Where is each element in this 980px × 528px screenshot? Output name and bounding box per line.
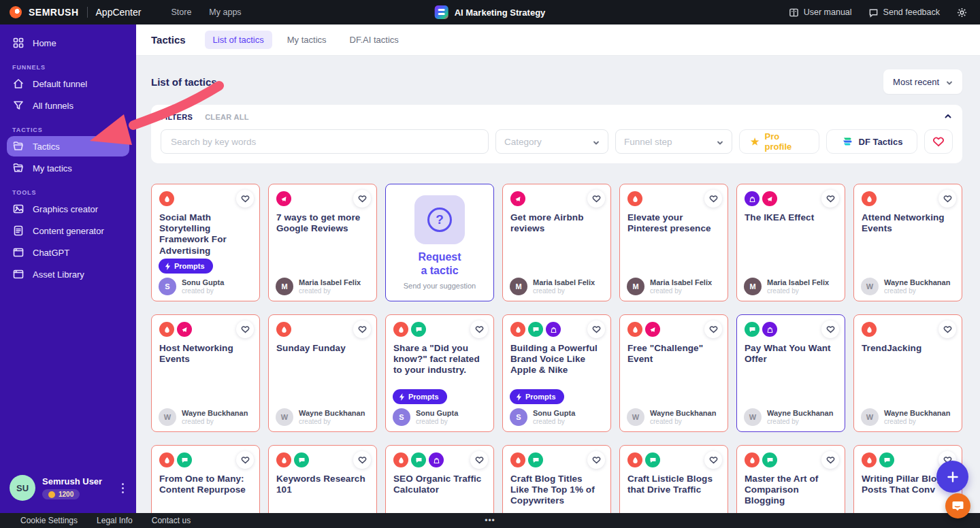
- sidebar-item-asset-library[interactable]: Asset Library: [7, 264, 129, 284]
- product-icon: [745, 191, 760, 206]
- send-feedback-button[interactable]: Send feedback: [868, 7, 940, 18]
- favorite-button[interactable]: [938, 190, 956, 208]
- favorite-button[interactable]: [353, 320, 371, 338]
- product-icon: [429, 452, 444, 467]
- tactic-card[interactable]: Craft Listicle Blogs that Drive Traffic: [619, 445, 728, 513]
- collapse-filters-button[interactable]: [943, 112, 953, 121]
- request-tactic-card[interactable]: ?Requesta tacticSend your suggestion: [385, 184, 494, 301]
- prompts-button[interactable]: Prompts: [159, 259, 213, 274]
- favorite-button[interactable]: [353, 451, 371, 469]
- avatar: W: [861, 278, 879, 295]
- content-icon: [411, 322, 426, 337]
- df-tactics-button[interactable]: DF Tactics: [826, 129, 917, 154]
- nav-my-apps[interactable]: My apps: [209, 7, 241, 17]
- add-tactic-button[interactable]: [936, 461, 968, 493]
- favorite-button[interactable]: [236, 190, 254, 208]
- tactic-card[interactable]: Free "Challenge" EventWWayne Buckhanancr…: [619, 314, 728, 432]
- sidebar-item-default-funnel[interactable]: Default funnel: [7, 73, 129, 94]
- tactic-card[interactable]: From One to Many: Content Repurpose: [151, 445, 260, 513]
- favorites-filter-button[interactable]: [924, 129, 953, 154]
- footer-cookie-settings[interactable]: Cookie Settings: [20, 516, 78, 525]
- more-options[interactable]: •••: [485, 516, 495, 525]
- footer-legal-info[interactable]: Legal Info: [97, 516, 133, 525]
- category-select[interactable]: Category: [495, 129, 608, 154]
- favorite-button[interactable]: [587, 451, 605, 469]
- favorite-button[interactable]: [704, 320, 722, 338]
- card-title: Sunday Funday: [276, 343, 369, 354]
- user-manual-button[interactable]: User manual: [789, 7, 852, 18]
- tab-list-of-tactics[interactable]: List of tactics: [205, 31, 272, 49]
- funnel-step-select[interactable]: Funnel step: [615, 129, 732, 154]
- favorite-button[interactable]: [938, 320, 956, 338]
- tactic-card[interactable]: Building a Powerful Brand Voice Like App…: [502, 314, 611, 432]
- sidebar-item-graphics-creator[interactable]: Graphics creator: [7, 199, 129, 219]
- favorite-button[interactable]: [821, 320, 839, 338]
- tactic-card[interactable]: SEO Organic Traffic Calculator: [385, 445, 494, 513]
- tactic-card[interactable]: Master the Art of Comparison Blogging: [736, 445, 845, 513]
- prompts-button[interactable]: Prompts: [510, 389, 564, 404]
- sidebar-item-chatgpt[interactable]: ChatGPT: [7, 242, 129, 263]
- tactic-card[interactable]: Social Math Storytelling Framework For A…: [151, 184, 260, 301]
- pro-profile-button[interactable]: ★ Pro profile: [739, 129, 819, 154]
- favorite-button[interactable]: [704, 190, 722, 208]
- app-title: AI Marketing Strategy: [455, 7, 546, 18]
- footer-contact-us[interactable]: Contact us: [152, 516, 191, 525]
- tab-dfai-tactics[interactable]: DF.AI tactics: [342, 31, 407, 49]
- sidebar-item-tactics[interactable]: Tactics: [7, 136, 129, 156]
- tactic-card[interactable]: Craft Blog Titles Like The Top 1% of Cop…: [502, 445, 611, 513]
- created-by-label: created by: [650, 287, 712, 295]
- author-name: Maria Isabel Felix: [650, 278, 712, 286]
- favorite-button[interactable]: [353, 190, 371, 208]
- funnel-icon: [12, 99, 24, 112]
- user-menu-button[interactable]: [119, 480, 127, 496]
- sidebar-item-my-tactics[interactable]: My tactics: [7, 158, 129, 178]
- favorite-button[interactable]: [587, 190, 605, 208]
- user-name: Semrush User: [42, 476, 102, 486]
- favorite-button[interactable]: [821, 190, 839, 208]
- sidebar-item-all-funnels[interactable]: All funnels: [7, 95, 129, 116]
- gear-icon[interactable]: [956, 7, 968, 18]
- author-name: Wayne Buckhanan: [884, 278, 950, 286]
- tactic-card[interactable]: The IKEA EffectMMaria Isabel Felixcreate…: [736, 184, 845, 301]
- tactic-card[interactable]: Share a "Did you know?" fact related to …: [385, 314, 494, 432]
- card-title: SEO Organic Traffic Calculator: [393, 474, 486, 495]
- sidebar-item-home[interactable]: Home: [7, 33, 129, 53]
- author-name: Wayne Buckhanan: [767, 409, 833, 417]
- divider: [87, 7, 88, 18]
- tactic-card[interactable]: Elevate your Pinterest presenceMMaria Is…: [619, 184, 728, 301]
- tactic-card[interactable]: Attend Networking EventsWWayne Buckhanan…: [853, 184, 962, 301]
- tactic-card[interactable]: Keywords Research 101: [268, 445, 377, 513]
- search-input[interactable]: [161, 129, 489, 154]
- tactic-card[interactable]: Sunday FundayWWayne Buckhanancreated by: [268, 314, 377, 432]
- author-name: Sonu Gupta: [533, 409, 575, 417]
- favorite-button[interactable]: [587, 320, 605, 338]
- question-icon: ?: [427, 208, 452, 232]
- sort-dropdown[interactable]: Most recent: [883, 69, 962, 94]
- tab-my-tactics[interactable]: My tactics: [279, 31, 335, 49]
- favorite-button[interactable]: [704, 451, 722, 469]
- sidebar-item-content-generator[interactable]: Content generator: [7, 220, 129, 241]
- chat-widget-button[interactable]: [945, 493, 970, 518]
- content-icon: [762, 452, 777, 467]
- tactic-card[interactable]: Get more Airbnb reviewsMMaria Isabel Fel…: [502, 184, 611, 301]
- favorite-button[interactable]: [470, 451, 488, 469]
- advertising-icon: [862, 191, 877, 206]
- product-icon: [762, 322, 777, 337]
- advertising-icon: [159, 452, 174, 467]
- favorite-button[interactable]: [821, 451, 839, 469]
- favorite-button[interactable]: [470, 320, 488, 338]
- advertising-icon: [627, 322, 642, 337]
- card-title: Host Networking Events: [159, 343, 252, 365]
- favorite-button[interactable]: [236, 451, 254, 469]
- created-by-label: created by: [767, 418, 833, 425]
- user-profile[interactable]: SU Semrush User 1200: [0, 475, 136, 513]
- tactic-card[interactable]: 7 ways to get more Google ReviewsMMaria …: [268, 184, 377, 301]
- nav-store[interactable]: Store: [171, 7, 191, 17]
- clear-all-button[interactable]: CLEAR ALL: [205, 113, 249, 121]
- favorite-button[interactable]: [236, 320, 254, 338]
- prompts-button[interactable]: Prompts: [393, 389, 447, 404]
- tactic-card[interactable]: Pay What You Want OfferWWayne Buckhananc…: [736, 314, 845, 432]
- tactic-card[interactable]: Host Networking EventsWWayne Buckhanancr…: [151, 314, 260, 432]
- product-icon: [546, 322, 561, 337]
- tactic-card[interactable]: TrendJackingWWayne Buckhanancreated by: [853, 314, 962, 432]
